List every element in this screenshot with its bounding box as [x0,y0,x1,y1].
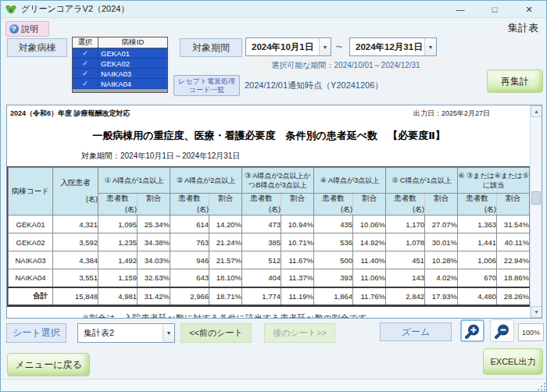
group-header: ⑥ ③または④または⑤に該当 [458,168,530,194]
window-title: グリーンコアラV2（2024） [21,3,129,15]
ratio-cell: 17.93% [425,287,458,305]
table-group-header-row: 病棟コード 入院患者 (名) ① A得点が1点以上② A得点が2点以上③ A得点… [9,168,530,194]
sub-header-ratio: 割合 [281,194,314,216]
ward-row-checkbox[interactable]: ✓ [73,79,98,88]
ward-row-checkbox[interactable]: ✓ [73,69,98,78]
ward-row[interactable]: ✓NAIKA03 [73,69,167,79]
inpatients-cell: 15,848 [53,287,98,305]
inpatients-cell: 3,592 [53,233,98,251]
report-table-body: GEKA014,3211,09525.34%61414.20%47310.94%… [9,216,530,305]
patients-cell: 451 [386,251,425,269]
chevron-down-icon[interactable]: ▼ [424,38,436,55]
selectable-period-note: 選択可能な期間：2024/10/01～2024/12/31 [241,58,450,73]
sub-header-patients: 患者数(名) [170,194,209,216]
ratio-cell: 31.54% [497,216,530,233]
ward-row[interactable]: ✓GEKA02 [73,59,167,69]
ratio-cell: 11.76% [353,287,386,305]
ward-code-header: 病棟コード [9,168,53,216]
maximize-button[interactable]: □ [477,1,512,18]
prev-sheet-button[interactable]: <<前のシート [181,323,252,343]
ward-code-cell: NAIKA04 [9,269,53,287]
group-header: ② A得点が2点以上 [170,168,242,194]
sub-header-unit: (名) [386,205,424,215]
sub-header-unit: (名) [458,205,496,215]
resize-grip[interactable] [537,382,545,390]
ward-row[interactable]: ✓NAIKA04 [73,79,167,89]
ratio-cell: 34.03% [138,251,170,269]
sub-header-patients-label: 患者数 [242,194,281,204]
receipt-code-list-button[interactable]: レセプト電算処理 コード一覧 [173,75,240,96]
ward-row[interactable]: ✓GEKA01 [73,48,167,59]
back-to-menu-button[interactable]: メニューに戻る [7,353,90,376]
group-header: ③ A得点が2点以上かつB得点が3点以上 [242,168,314,194]
app-koala-icon [5,4,16,15]
ward-code-cell: GEKA01 [9,216,53,233]
sub-header-patients: 患者数(名) [386,194,425,216]
ratio-cell: 21.24% [209,233,242,251]
next-sheet-button[interactable]: 後のシート>> [264,323,335,343]
scrollbar-thumb[interactable] [531,191,541,205]
ratio-cell: 22.94% [497,251,530,269]
notification-date-text: 2024/12/01通知時点（Y20241206） [245,80,383,91]
ratio-cell: 10.28% [425,251,458,269]
ratio-cell: 25.34% [138,216,170,233]
period-end-value: 2024年12月31日 [350,38,424,55]
patients-cell: 614 [170,216,209,233]
report-footnote-clipped: ※割合は、入院患者延べ数に対する条件に該当する患者延べ数の割合です。 [82,313,375,319]
patients-cell: 1,774 [242,287,281,305]
report-output-date: 出力日：2025年2月27日 [413,109,490,119]
ratio-cell: 14.92% [353,233,386,251]
minimize-button[interactable]: — [443,1,477,18]
sub-header-ratio: 割合 [497,194,530,216]
ward-row-id: GEKA02 [98,59,167,68]
patients-cell: 4,480 [458,287,497,305]
report-period-line: 対象期間：2024年10月1日～2024年12月31日 [81,151,240,162]
status-bar [1,379,547,392]
excel-export-button[interactable]: EXCEL出力 [483,348,543,375]
period-start-dropdown[interactable]: 2024年10月1日 ▼ [245,37,331,56]
magnifier-plus-icon [464,323,481,340]
inpatients-cell: 4,321 [53,216,98,233]
help-button[interactable]: ? 説明 [5,21,49,37]
sub-header-unit: (名) [98,205,137,215]
scroll-down-icon[interactable]: ▼ [531,306,542,318]
patients-cell: 1,006 [458,251,497,269]
ratio-cell: 11.67% [281,251,314,269]
patients-cell: 473 [242,216,281,233]
scroll-up-icon[interactable]: ▲ [531,105,542,117]
period-start-value: 2024年10月1日 [246,38,319,55]
sub-header-patients-label: 患者数 [170,194,209,204]
table-row: GEKA023,5921,23534.38%76321.24%38510.71%… [9,233,530,251]
sub-header-ratio: 割合 [209,194,242,216]
zoom-in-button[interactable] [460,319,484,342]
sheet-select-dropdown[interactable]: 集計表2 ▼ [77,323,175,343]
sub-header-unit: (名) [242,205,281,215]
inpatients-header-label: 入院患者 [53,178,98,188]
chevron-down-icon[interactable]: ▼ [319,38,331,55]
recalculate-button[interactable]: 再集計 [487,69,543,93]
ward-code-cell: NAIKA03 [9,251,53,269]
close-button[interactable]: ✕ [512,1,546,18]
magnifier-minus-icon [494,323,511,340]
report-vertical-scrollbar[interactable]: ▲ ▼ [530,105,542,318]
sub-header-patients: 患者数(名) [314,194,353,216]
patients-cell: 1,095 [98,216,138,233]
ward-row-checkbox[interactable]: ✓ [73,59,98,68]
zoom-out-button[interactable] [490,319,514,342]
help-button-label: 説明 [21,23,38,35]
sub-header-patients-label: 患者数 [314,194,352,204]
patients-cell: 404 [242,269,281,287]
sheet-select-label: シート選択 [6,323,66,343]
ward-row-checkbox[interactable]: ✓ [73,48,98,58]
receipt-button-line2: コード一覧 [189,86,224,94]
group-header: ① A得点が1点以上 [98,168,170,194]
ward-grid[interactable]: 選択 病棟ID ✓GEKA01✓GEKA02✓NAIKA03✓NAIKA04 [72,37,168,93]
sub-header-patients: 患者数(名) [98,194,138,216]
sub-header-patients-label: 患者数 [458,194,496,204]
table-row: GEKA014,3211,09525.34%61414.20%47310.94%… [9,216,530,233]
period-end-dropdown[interactable]: 2024年12月31日 ▼ [349,37,437,56]
patients-cell: 643 [170,269,209,287]
sub-header-ratio: 割合 [138,194,170,216]
ratio-cell: 18.86% [497,269,530,287]
chevron-down-icon[interactable]: ▼ [163,324,174,342]
